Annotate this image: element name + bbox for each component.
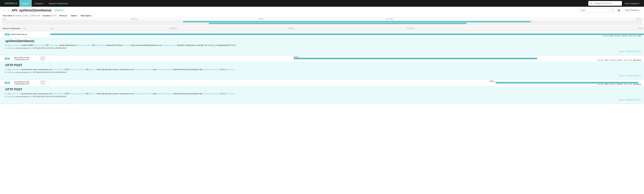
trace-total-spans: Total Spans 3 — [80, 15, 92, 17]
detail-process-row-2: ▶ Process: service.instance.id = 34975a6… — [5, 95, 641, 98]
search-icon: 🔍 — [590, 2, 592, 5]
process-value-1: service.instance.id = 34975a64-f080-4c50… — [15, 71, 67, 73]
span-id-link-1[interactable]: 37c38ef3c194b737 — [625, 75, 640, 77]
trace-actions: □ ▦ Trace Timeline ▾ — [579, 8, 641, 13]
ruler-label-2: 458.5ms — [288, 28, 406, 29]
tag-1-3: http.url=https://dynamodb.us-east-1.amaz… — [90, 68, 134, 70]
column-header: Service & Operation ▼ ▲ ‹ › 0µs 229.25ms… — [0, 26, 644, 31]
tag-0-1: http.method=GET — [34, 44, 49, 46]
tag-1-4: internal.span.format=proto — [135, 68, 157, 70]
service-badge-1: API — [5, 57, 10, 60]
trace-grid-icon-btn[interactable]: ▦ — [616, 8, 622, 13]
span-name-2: dynamodb.us-east-1.amazonaws.com — [14, 81, 38, 85]
sort-chevron-right[interactable]: › — [26, 28, 27, 29]
lookup-input[interactable] — [594, 2, 620, 5]
process-arrow-0[interactable]: ▶ — [5, 47, 7, 49]
tag-2-6: otel.library.version=1.0.0.0 — [203, 93, 225, 95]
trace-id-badge: 1f98b26 — [53, 9, 64, 12]
span-timeline-col-1: 377ms — [50, 55, 644, 61]
span-name-0: api/item/{itemName} — [11, 33, 27, 35]
expand-button[interactable]: ⌄ — [7, 9, 9, 12]
span-expand-0[interactable] — [3, 33, 4, 35]
process-arrow-2[interactable]: ▶ — [5, 95, 7, 98]
span-group-0: API api/item/{itemName} Service: API Dur… — [0, 31, 644, 55]
tag-1-6: otel.library.version=1.0.0.0 — [203, 68, 225, 70]
span-row-1[interactable]: API → dynamodb.us-east-1.amazonaws.com H… — [0, 55, 644, 61]
tag-0-6: http.user_agent=Mozilla/5.0 (Macintosh; … — [162, 44, 237, 46]
span-service-col-0: API api/item/{itemName} — [0, 31, 50, 37]
tags-arrow-1[interactable]: ▶ — [5, 68, 7, 71]
col-sort-icons[interactable]: ▼ ▲ ‹ › — [22, 28, 27, 29]
process-value-2: service.instance.id = 34975a64-f080-4c50… — [15, 95, 67, 98]
sort-down-icon[interactable]: ▼ — [22, 28, 23, 29]
tag-1-7: peer.servi... — [226, 68, 236, 70]
span-bar-label-2: 347ms — [490, 80, 495, 82]
mini-ruler-4: 917ms — [514, 18, 641, 20]
span-timeline-col-0 — [50, 31, 644, 37]
tag-2-5: otel.library.name=OpenTelemetry.Instrume… — [158, 93, 202, 95]
arrow-icon-1: → — [11, 57, 12, 59]
top-nav: JAEGER UI Search Compare System Architec… — [0, 0, 644, 7]
span-id-link-2[interactable]: a968c89fccb27901 — [626, 99, 640, 101]
tag-1-1: http.method=POST — [53, 68, 70, 70]
nav-compare[interactable]: Compare — [32, 0, 46, 7]
detail-tags-0: http.host=localhost:8080 http.method=GET… — [12, 44, 237, 46]
tag-1-5: otel.library.name=OpenTelemetry.Instrume… — [158, 68, 202, 70]
tag-2-0: http.host=dynamodb.us-east-1.amazonaws.c… — [12, 93, 52, 95]
trace-services: Services 1 — [59, 15, 68, 17]
mini-ruler-2: 458.5ms — [258, 18, 386, 20]
col-timeline-header: 0µs 229.25ms 458.5ms 687.75ms 917ms — [50, 28, 644, 29]
span-method-1: HTTP POST — [40, 56, 49, 60]
mini-ruler-3: 687.75ms — [386, 18, 514, 20]
tag-2-7: peer.servi... — [226, 93, 236, 95]
trace-find-input[interactable] — [579, 8, 609, 12]
trace-timeline-button[interactable]: Trace Timeline ▾ — [623, 8, 641, 12]
span-id-row-0: SpanID: 1cf5616e857dc44a ✎ — [5, 50, 641, 53]
sort-chevron-left[interactable]: ‹ — [26, 28, 26, 29]
span-id-row-1: SpanID: 37c38ef3c194b737 ✎ — [5, 74, 641, 77]
trace-copy-icon-btn[interactable]: □ — [611, 8, 615, 13]
back-button[interactable]: ← — [3, 9, 5, 12]
process-arrow-1[interactable]: ▶ — [5, 71, 7, 73]
ruler-label-4: 917ms — [525, 28, 644, 29]
span-service-col-2: API → dynamodb.us-east-1.amazonaws.com H… — [0, 80, 50, 86]
span-row-2[interactable]: API → dynamodb.us-east-1.amazonaws.com H… — [0, 80, 644, 86]
mini-timeline-ruler: 0µs 229.25ms 458.5ms 687.75ms 917ms — [0, 18, 644, 20]
trace-depth: Depth 2 — [71, 15, 78, 17]
detail-tags-row-1: ▶ Tags: http.host=dynamodb.us-east-1.ama… — [5, 68, 641, 71]
span-id-row-2: SpanID: a968c89fccb27901 ✎ — [5, 98, 641, 102]
trace-header: ← ⌄ API: api/item/{itemName} 1f98b26 □ ▦… — [0, 7, 644, 14]
detail-process-row-0: ▶ Process: service.instance.id = 34975a6… — [5, 47, 641, 49]
nav-about[interactable]: About Jaeger ▾ — [622, 0, 642, 7]
nav-search[interactable]: Search — [19, 0, 32, 7]
mini-ruler-1: 229.25ms — [130, 18, 258, 20]
ruler-label-1: 229.25ms — [169, 28, 288, 29]
main-content: API api/item/{itemName} Service: API Dur… — [0, 31, 644, 104]
lookup-field[interactable]: 🔍 — [588, 1, 622, 6]
tag-1-0: http.host=dynamodb.us-east-1.amazonaws.c… — [12, 68, 52, 70]
tags-arrow-2[interactable]: ▶ — [5, 93, 7, 95]
tag-0-0: http.host=localhost:8080 — [12, 44, 33, 46]
tag-2-2: http.status_code=200 — [70, 93, 89, 95]
mini-timeline-bars — [0, 20, 644, 25]
span-name-1: dynamodb.us-east-1.amazonaws.com — [14, 56, 38, 60]
detail-process-row-1: ▶ Process: service.instance.id = 34975a6… — [5, 71, 641, 73]
nav-system-architecture[interactable]: System Architecture — [46, 0, 71, 7]
tag-0-4: http.target=/api/item/iron%20ore — [96, 44, 123, 46]
tags-arrow-0[interactable]: ▶ — [5, 44, 7, 46]
timeline-ruler: 0µs 229.25ms 458.5ms 687.75ms 917ms — [50, 28, 644, 29]
col-service-label: Service & Operation — [3, 27, 20, 29]
detail-title-0: api/item/{itemName} — [5, 39, 641, 43]
trace-meta: Trace Start November 11 2021, 23:09:43.2… — [0, 14, 644, 18]
span-bar-2 — [496, 82, 638, 83]
tag-1-2: http.status_code=200 — [70, 68, 89, 70]
span-row-0[interactable]: API api/item/{itemName} — [0, 31, 644, 37]
span-method-2: HTTP POST — [40, 81, 49, 85]
span-service-col-1: API → dynamodb.us-east-1.amazonaws.com H… — [0, 55, 50, 61]
detail-panel-2: Service: API Duration: 347ms Start Time:… — [0, 86, 644, 104]
detail-panel-1: Service: API Duration: 377ms Start Time:… — [0, 61, 644, 79]
tag-0-5: http.url=https://localhost:8080/api/item… — [123, 44, 162, 46]
span-id-link-0[interactable]: 1cf5616e857dc44a — [625, 51, 640, 52]
sort-up-icon[interactable]: ▲ — [24, 28, 25, 29]
span-timeline-col-2: 347ms — [50, 80, 644, 86]
